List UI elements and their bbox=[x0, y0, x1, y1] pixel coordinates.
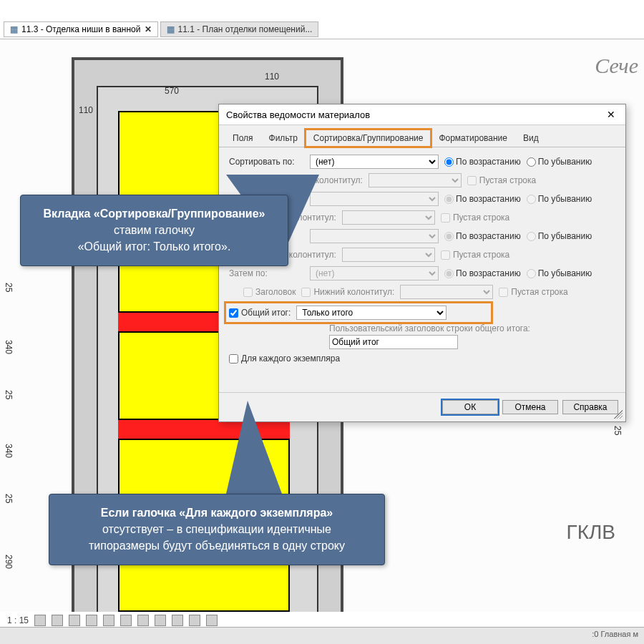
help-button[interactable]: Справка bbox=[562, 400, 618, 414]
footer-select bbox=[369, 173, 462, 187]
sort-asc-radio[interactable] bbox=[444, 157, 454, 167]
then-by-label: Затем по: bbox=[229, 268, 304, 278]
toolbar-icon[interactable] bbox=[103, 615, 114, 626]
desc-radio bbox=[527, 232, 536, 241]
status-right: :0 Главная м bbox=[592, 630, 638, 638]
custom-title-label: Пользовательский заголовок строки общего… bbox=[329, 323, 618, 333]
blank-line-check bbox=[441, 250, 450, 260]
grand-total-check[interactable] bbox=[229, 308, 238, 318]
ok-button[interactable]: ОК bbox=[442, 400, 498, 414]
grand-total-select[interactable]: Только итого bbox=[296, 306, 447, 320]
blank-line-check bbox=[499, 288, 508, 297]
dim-r-25b: 25 bbox=[613, 426, 623, 435]
cancel-button[interactable]: Отмена bbox=[502, 400, 558, 414]
footer-select bbox=[342, 248, 435, 262]
dim-v-25c: 25 bbox=[4, 494, 14, 503]
grand-total-row: Общий итог: Только итого bbox=[226, 303, 491, 322]
toolbar-icon[interactable] bbox=[34, 615, 46, 626]
dim-v-25b: 25 bbox=[4, 390, 14, 399]
dim-570: 570 bbox=[150, 86, 193, 96]
callout-each-instance: Если галочка «Для каждого экземпляра» от… bbox=[49, 494, 385, 565]
toolbar-icon[interactable] bbox=[69, 615, 80, 626]
callout-pointer bbox=[226, 401, 282, 494]
asc-radio bbox=[444, 195, 454, 204]
scale-value[interactable]: 1 : 15 bbox=[7, 615, 29, 625]
desc-radio bbox=[527, 195, 536, 204]
blank-line-check bbox=[467, 176, 477, 185]
sort-desc-radio[interactable] bbox=[527, 157, 536, 167]
asc-radio bbox=[444, 269, 454, 278]
dim-v-340a: 340 bbox=[4, 340, 14, 354]
toolbar-icon[interactable] bbox=[155, 615, 166, 626]
footer-select bbox=[400, 285, 493, 299]
toolbar-icon[interactable] bbox=[120, 615, 132, 626]
toolbar-icon[interactable] bbox=[172, 615, 183, 626]
section-title: Сече bbox=[595, 54, 638, 78]
sort-by-select[interactable]: (нет) bbox=[310, 155, 439, 169]
close-icon[interactable]: ✕ bbox=[145, 24, 152, 34]
sort-by-label: Сортировать по: bbox=[229, 157, 304, 167]
header-check bbox=[243, 288, 253, 297]
thenby-select-4: (нет) bbox=[310, 266, 439, 280]
resize-grip[interactable] bbox=[614, 410, 623, 419]
dim-v-25a: 25 bbox=[4, 283, 14, 292]
close-icon[interactable]: ✕ bbox=[604, 109, 618, 120]
schedule-icon: ▦ bbox=[167, 24, 175, 34]
toolbar-icon[interactable] bbox=[52, 615, 63, 626]
tab-filter[interactable]: Фильтр bbox=[261, 130, 306, 147]
toolbar-icon[interactable] bbox=[86, 615, 97, 626]
doc-tab-label: 11.3 - Отделка ниши в ванной bbox=[21, 24, 141, 34]
doc-tab-label: 11.1 - План отделки помещений... bbox=[178, 24, 313, 34]
footer-check bbox=[301, 288, 311, 297]
tab-fields[interactable]: Поля bbox=[225, 130, 261, 147]
dim-v-290: 290 bbox=[4, 555, 14, 569]
tab-formatting[interactable]: Форматирование bbox=[431, 130, 515, 147]
blank-line-check bbox=[441, 213, 450, 223]
status-bar: :0 Главная м bbox=[0, 627, 644, 644]
gklv-label: ГКЛВ bbox=[566, 521, 615, 544]
thenby-select-3 bbox=[310, 229, 439, 243]
doc-tab-active[interactable]: ▦ 11.3 - Отделка ниши в ванной ✕ bbox=[4, 21, 158, 37]
doc-tab-inactive[interactable]: ▦ 11.1 - План отделки помещений... bbox=[160, 21, 319, 37]
toolbar-icon[interactable] bbox=[189, 615, 200, 626]
dialog-title: Свойства ведомости материалов bbox=[226, 109, 370, 120]
custom-title-input[interactable] bbox=[329, 335, 458, 349]
tab-view[interactable]: Вид bbox=[515, 130, 547, 147]
callout-sorting-tab: Вкладка «Сортировка/Группирование» стави… bbox=[20, 195, 288, 266]
desc-radio bbox=[527, 269, 536, 278]
footer-select bbox=[342, 210, 435, 225]
each-instance-check[interactable] bbox=[229, 354, 238, 364]
schedule-icon: ▦ bbox=[10, 24, 18, 34]
dim-110: 110 bbox=[72, 105, 100, 115]
dim-v-340b: 340 bbox=[4, 444, 14, 458]
tab-sorting-grouping[interactable]: Сортировка/Группирование bbox=[306, 130, 431, 147]
document-tabs: ▦ 11.3 - Отделка ниши в ванной ✕ ▦ 11.1 … bbox=[4, 21, 318, 37]
dim-110b: 110 bbox=[258, 72, 286, 82]
view-toolbar: 1 : 15 bbox=[7, 615, 218, 626]
toolbar-icon[interactable] bbox=[137, 615, 149, 626]
toolbar-icon[interactable] bbox=[206, 615, 218, 626]
asc-radio bbox=[444, 232, 454, 241]
thenby-select-2 bbox=[310, 192, 439, 206]
dialog-tabs: Поля Фильтр Сортировка/Группирование Фор… bbox=[219, 125, 625, 147]
